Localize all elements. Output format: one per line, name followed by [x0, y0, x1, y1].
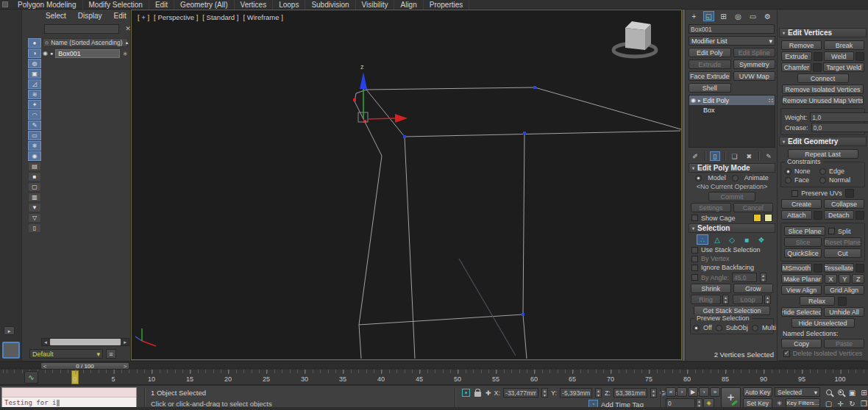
add-time-tag[interactable]: ◔ Add Time Tag	[588, 400, 644, 409]
frame-spinner[interactable]	[696, 398, 702, 408]
filter-visibility-icon[interactable]: ◉	[28, 151, 41, 161]
weight-field[interactable]	[810, 112, 868, 122]
rollout-edit-vertices[interactable]: ▾ Edit Vertices	[779, 28, 867, 37]
filter-funnel-icon[interactable]: ▼	[28, 203, 41, 212]
remove-isolated-vertices-button[interactable]: Remove Isolated Vertices	[782, 84, 864, 94]
frozen-toggle-icon[interactable]: ∗	[122, 50, 128, 57]
remove-modifier-icon[interactable]: ✖	[744, 151, 754, 161]
isolate-selection-toggle-icon[interactable]	[462, 389, 470, 397]
maxscript-mini-listener[interactable]: Testing for i	[1, 387, 137, 409]
polygon-subobject-icon[interactable]: ■	[741, 234, 753, 245]
scroll-left-icon[interactable]: ◂	[42, 339, 49, 345]
mini-curve-editor-button[interactable]: ∿	[24, 371, 38, 384]
filter-helpers-icon[interactable]: ◿	[28, 79, 41, 89]
app-icon[interactable]	[2, 1, 8, 7]
menu-item[interactable]: Modify Selection	[83, 0, 149, 10]
filter-particles-icon[interactable]: ✦	[28, 100, 41, 109]
filter-hidden-icon[interactable]: ❄	[28, 141, 41, 151]
create-tab-icon[interactable]: +	[689, 11, 700, 21]
detach-button[interactable]: Detach	[824, 210, 855, 220]
chamfer-button[interactable]: Chamfer	[781, 62, 811, 72]
constraint-none-radio[interactable]	[785, 168, 791, 175]
quickslice-button[interactable]: QuickSlice	[784, 248, 822, 258]
chamfer-settings-button[interactable]	[813, 63, 822, 72]
scrollbar-thumb[interactable]	[50, 339, 121, 345]
explorer-search-input[interactable]	[44, 24, 119, 34]
menu-item[interactable]: Loops	[273, 0, 305, 10]
configure-modifier-sets-icon[interactable]: ✎	[764, 151, 774, 161]
viewport-general-menu[interactable]: [ + ]	[138, 13, 149, 21]
msmooth-settings-button[interactable]	[814, 264, 822, 273]
key-mode-toggle-icon[interactable]: ◈	[703, 398, 714, 408]
constraint-face-radio[interactable]	[785, 177, 791, 184]
rollout-selection[interactable]: ▾ Selection	[689, 223, 775, 233]
preserve-uvs-settings-button[interactable]	[845, 189, 854, 198]
object-name-cell[interactable]: Box001	[55, 49, 120, 58]
track-bar-ruler[interactable]: 0510152025303540455055606570758085909510…	[0, 370, 868, 385]
cage-selected-color-swatch[interactable]	[764, 214, 772, 222]
hierarchy-tab-icon[interactable]: ⊞	[718, 11, 729, 21]
go-to-start-button[interactable]: «	[666, 387, 676, 397]
use-stack-selection-checkbox[interactable]	[691, 247, 698, 253]
visibility-eye-icon[interactable]: ◉	[43, 50, 48, 57]
sort-ascending-icon[interactable]: ▲	[124, 40, 129, 45]
filter-cameras-icon[interactable]: ▣	[28, 69, 41, 79]
weld-settings-button[interactable]	[855, 52, 864, 61]
selection-lock-toggle-icon[interactable]	[474, 392, 481, 397]
x-coordinate-field[interactable]	[503, 388, 538, 398]
constraint-edge-radio[interactable]	[819, 168, 826, 175]
zoom-extents-icon[interactable]: ▣	[847, 387, 858, 398]
remove-unused-map-verts-button[interactable]: Remove Unused Map Verts	[782, 96, 864, 105]
create-button[interactable]: Create	[781, 199, 822, 209]
uvw-map-button[interactable]: UVW Map	[733, 71, 776, 81]
select-column-icon[interactable]: ○	[45, 39, 49, 46]
viewport-pov-menu[interactable]: [ Perspective ]	[154, 13, 198, 21]
attach-button[interactable]: Attach	[781, 210, 812, 220]
collapse-button[interactable]: Collapse	[824, 199, 864, 209]
explorer-horizontal-scrollbar[interactable]: ◂ ▸	[41, 338, 129, 346]
shrink-button[interactable]: Shrink	[691, 284, 731, 293]
auto-key-button[interactable]: Auto Key	[743, 387, 772, 397]
tessellate-settings-button[interactable]	[855, 264, 864, 273]
filter-lights-icon[interactable]: ◍	[28, 59, 41, 68]
rollout-edit-geometry[interactable]: ▾ Edit Geometry	[779, 137, 867, 146]
target-weld-button[interactable]: Target Weld	[823, 62, 864, 72]
menu-item[interactable]: Geometry (All)	[174, 0, 234, 10]
filter-shapes-icon[interactable]: ◑	[28, 48, 41, 58]
rollout-edit-poly-mode[interactable]: ▾ Edit Poly Mode	[689, 163, 775, 173]
pin-stack-icon[interactable]: ✐	[690, 151, 700, 161]
display-groups-icon[interactable]: ▥	[28, 193, 41, 202]
view-cube[interactable]	[608, 18, 661, 62]
z-spinner[interactable]	[650, 388, 657, 398]
constraint-normal-radio[interactable]	[819, 177, 826, 184]
remove-button[interactable]: Remove	[781, 40, 822, 50]
modify-tab-icon[interactable]: ◱	[703, 11, 714, 21]
next-key-button[interactable]: ›	[699, 387, 709, 397]
viewport[interactable]: [ + ] [ Perspective ] [ Standard ] [ Wir…	[131, 10, 682, 360]
menu-item[interactable]: Polygon Modeling	[12, 0, 83, 10]
menu-item[interactable]: Properties	[424, 0, 470, 10]
menu-item[interactable]: Vertices	[235, 0, 274, 10]
modifier-stack[interactable]: ◉ ▸ Edit Poly ∷ Box	[689, 95, 775, 148]
maximize-viewport-icon[interactable]: ❐	[858, 398, 868, 409]
edit-poly-button[interactable]: Edit Poly	[689, 48, 731, 57]
display-layers-icon[interactable]: ▢	[28, 182, 41, 192]
display-preset-dropdown[interactable]: Default ▾	[29, 349, 103, 359]
object-name-field[interactable]	[689, 24, 775, 34]
go-to-end-button[interactable]: »	[710, 387, 720, 397]
show-cage-checkbox[interactable]	[691, 215, 698, 221]
previous-frame-icon[interactable]: <	[41, 363, 49, 370]
time-slider-track[interactable]: < 0 / 100 >	[0, 361, 868, 370]
selection-set-dropdown[interactable]: Selected ▾	[775, 387, 820, 397]
explorer-menu-edit[interactable]: Edit	[114, 12, 127, 20]
x-spinner[interactable]	[541, 388, 548, 398]
tessellate-button[interactable]: Tessellate	[824, 263, 855, 273]
stack-item-box[interactable]: Box	[689, 105, 775, 115]
unhide-all-button[interactable]: Unhide All	[824, 307, 864, 317]
connect-button[interactable]: Connect	[797, 73, 849, 83]
shell-button[interactable]: Shell	[689, 83, 731, 93]
y-spinner[interactable]	[595, 388, 602, 398]
element-subobject-icon[interactable]: ❖	[755, 234, 767, 245]
menu-item[interactable]: Edit	[149, 0, 174, 10]
edge-subobject-icon[interactable]: △	[711, 234, 723, 245]
